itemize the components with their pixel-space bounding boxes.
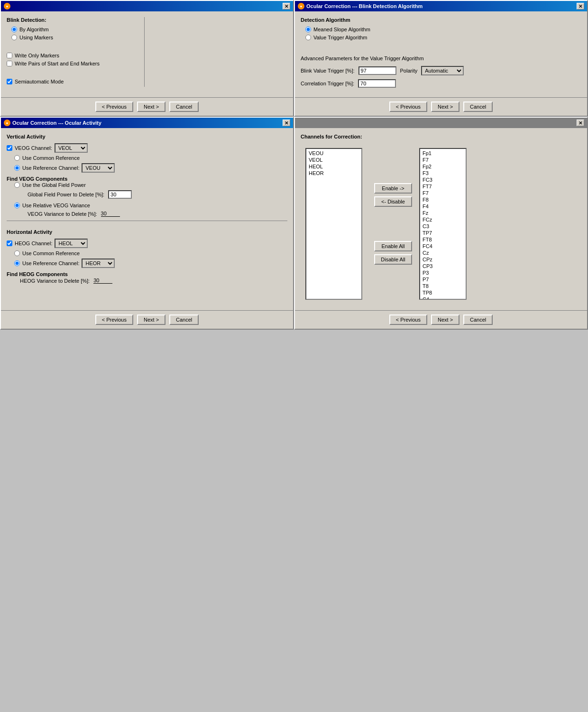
bottom-left-close[interactable]: ✕ xyxy=(283,120,290,126)
bottom-left-title-bar: ● Ocular Correction --- Ocular Activity … xyxy=(1,118,293,128)
meaned-slope-radio[interactable] xyxy=(305,27,311,32)
value-trigger-item[interactable]: Value Trigger Algorithm xyxy=(305,35,581,40)
tl-prev-button[interactable]: < Previous xyxy=(95,102,133,112)
list-item[interactable]: VEOU xyxy=(307,150,360,157)
list-item[interactable]: TP7 xyxy=(421,230,465,236)
list-item[interactable]: F4 xyxy=(421,203,465,210)
list-item[interactable]: F3 xyxy=(421,170,465,176)
available-channels-list[interactable]: Fp1 F7 Fp2 F3 FC3 FT7 F7 F8 F4 Fz FCz C3… xyxy=(419,148,467,300)
list-item[interactable]: FT7 xyxy=(421,183,465,190)
list-item[interactable]: HEOL xyxy=(307,163,360,170)
list-item[interactable]: FC4 xyxy=(421,243,465,250)
bottom-left-window: ● Ocular Correction --- Ocular Activity … xyxy=(0,117,294,330)
by-algorithm-item[interactable]: By Algorithm xyxy=(11,27,139,32)
write-only-markers-item[interactable]: Write Only Markers xyxy=(7,53,139,58)
use-ref-channel-radio[interactable] xyxy=(14,165,20,171)
list-item[interactable]: FC3 xyxy=(421,176,465,183)
enable-button[interactable]: Enable -> xyxy=(374,183,412,194)
bottom-right-content: Channels for Correction: VEOU VEOL HEOL … xyxy=(295,128,587,310)
list-item[interactable]: Cz xyxy=(421,250,465,256)
heog-channel-check[interactable] xyxy=(7,240,12,246)
list-item[interactable]: C4 xyxy=(421,296,465,300)
list-item[interactable]: F8 xyxy=(421,196,465,203)
find-heog-section: Find HEOG Components xyxy=(7,271,287,277)
list-item[interactable]: TP8 xyxy=(421,289,465,296)
list-item[interactable]: CPz xyxy=(421,256,465,263)
polarity-select[interactable]: Automatic Positive Negative xyxy=(421,66,464,75)
blink-value-trigger-label: Blink Value Trigger [%]: xyxy=(301,68,355,74)
enable-all-button[interactable]: Enable All xyxy=(374,241,412,251)
list-item[interactable]: P7 xyxy=(421,276,465,283)
write-only-markers-check[interactable] xyxy=(7,53,12,58)
top-right-window: ● Ocular Correction --- Blink Detection … xyxy=(294,0,588,117)
use-common-ref-item[interactable]: Use Common Reference xyxy=(14,155,287,161)
list-item[interactable]: F7 xyxy=(421,190,465,196)
write-pairs-item[interactable]: Write Pairs of Start and End Markers xyxy=(7,61,139,66)
enabled-channels-list[interactable]: VEOU VEOL HEOL HEOR xyxy=(305,148,362,300)
list-item[interactable]: F7 xyxy=(421,157,465,163)
global-field-power-radio[interactable] xyxy=(14,182,20,188)
semiautomatic-item[interactable]: Semiautomatic Mode xyxy=(7,79,139,84)
bl-cancel-button[interactable]: Cancel xyxy=(169,314,199,325)
veog-channel-select[interactable]: VEOL VEOU HEOL HEOR xyxy=(55,143,88,153)
meaned-slope-item[interactable]: Meaned Slope Algorithm xyxy=(305,27,581,32)
use-ref-channel-item[interactable]: Use Reference Channel: VEOU VEOL HEOL HE… xyxy=(14,163,287,173)
top-left-close[interactable]: ✕ xyxy=(283,3,290,9)
bl-prev-button[interactable]: < Previous xyxy=(95,314,133,325)
list-item[interactable]: Fz xyxy=(421,210,465,216)
heog-use-common-ref-radio[interactable] xyxy=(14,250,20,256)
using-markers-radio[interactable] xyxy=(11,35,17,40)
heog-use-common-ref-item[interactable]: Use Common Reference xyxy=(14,250,287,256)
list-item[interactable]: HEOR xyxy=(307,170,360,176)
tr-cancel-button[interactable]: Cancel xyxy=(463,102,493,112)
bottom-right-close[interactable]: ✕ xyxy=(577,120,584,126)
heog-channel-select[interactable]: HEOL HEOU VEOL VEOR xyxy=(55,239,88,248)
global-field-power-input[interactable] xyxy=(108,190,132,199)
channels-middle-panel: Enable -> <- Disable Enable All Disable … xyxy=(372,148,414,300)
veog-channel-item[interactable]: VEOG Channel: VEOL VEOU HEOL HEOR xyxy=(7,143,287,153)
br-prev-button[interactable]: < Previous xyxy=(389,314,427,325)
tl-cancel-button[interactable]: Cancel xyxy=(169,102,199,112)
relative-variance-radio[interactable] xyxy=(14,203,20,208)
list-item[interactable]: C3 xyxy=(421,223,465,230)
heog-use-ref-channel-label: Use Reference Channel: xyxy=(22,260,79,266)
list-item[interactable]: FT8 xyxy=(421,236,465,243)
br-cancel-button[interactable]: Cancel xyxy=(463,314,493,325)
global-field-power-item[interactable]: Use the Global Field Power xyxy=(14,182,287,188)
top-right-close[interactable]: ✕ xyxy=(577,3,584,9)
blink-value-trigger-input[interactable] xyxy=(358,66,396,75)
list-item[interactable]: T8 xyxy=(421,283,465,289)
relative-variance-item[interactable]: Use Relative VEOG Variance xyxy=(14,203,287,208)
heog-channel-item[interactable]: HEOG Channel: HEOL HEOU VEOL VEOR xyxy=(7,239,287,248)
horizontal-activity-label: Horizontal Activity xyxy=(7,229,287,235)
value-trigger-radio[interactable] xyxy=(305,35,311,40)
by-algorithm-radio[interactable] xyxy=(11,27,17,32)
value-trigger-label: Value Trigger Algorithm xyxy=(313,35,368,40)
write-pairs-check[interactable] xyxy=(7,61,12,66)
using-markers-item[interactable]: Using Markers xyxy=(11,35,139,40)
br-next-button[interactable]: Next > xyxy=(431,314,459,325)
top-left-content: Blink Detection: By Algorithm Using Mark… xyxy=(1,11,293,97)
list-item[interactable]: P3 xyxy=(421,269,465,276)
tr-prev-button[interactable]: < Previous xyxy=(389,102,427,112)
heog-ref-channel-select[interactable]: HEOR HEOL VEOU VEOL xyxy=(82,259,115,268)
use-common-ref-radio[interactable] xyxy=(14,155,20,161)
list-item[interactable]: FCz xyxy=(421,216,465,223)
correlation-trigger-input[interactable] xyxy=(358,79,396,88)
veog-channel-check[interactable] xyxy=(7,145,12,151)
disable-all-button[interactable]: Disable All xyxy=(374,254,412,265)
bl-next-button[interactable]: Next > xyxy=(137,314,165,325)
heog-use-ref-channel-item[interactable]: Use Reference Channel: HEOR HEOL VEOU VE… xyxy=(14,259,287,268)
list-item[interactable]: VEOL xyxy=(307,157,360,163)
veog-ref-channel-select[interactable]: VEOU VEOL HEOL HEOR xyxy=(82,163,115,173)
list-item[interactable]: CP3 xyxy=(421,263,465,269)
disable-button[interactable]: <- Disable xyxy=(374,196,412,207)
heog-use-ref-channel-radio[interactable] xyxy=(14,260,20,266)
tr-next-button[interactable]: Next > xyxy=(431,102,459,112)
list-item[interactable]: Fp2 xyxy=(421,163,465,170)
list-item[interactable]: Fp1 xyxy=(421,150,465,157)
tl-next-button[interactable]: Next > xyxy=(137,102,165,112)
top-right-footer: < Previous Next > Cancel xyxy=(295,97,587,116)
semiautomatic-check[interactable] xyxy=(7,79,12,84)
veog-reference-group: Use Common Reference Use Reference Chann… xyxy=(14,155,287,173)
